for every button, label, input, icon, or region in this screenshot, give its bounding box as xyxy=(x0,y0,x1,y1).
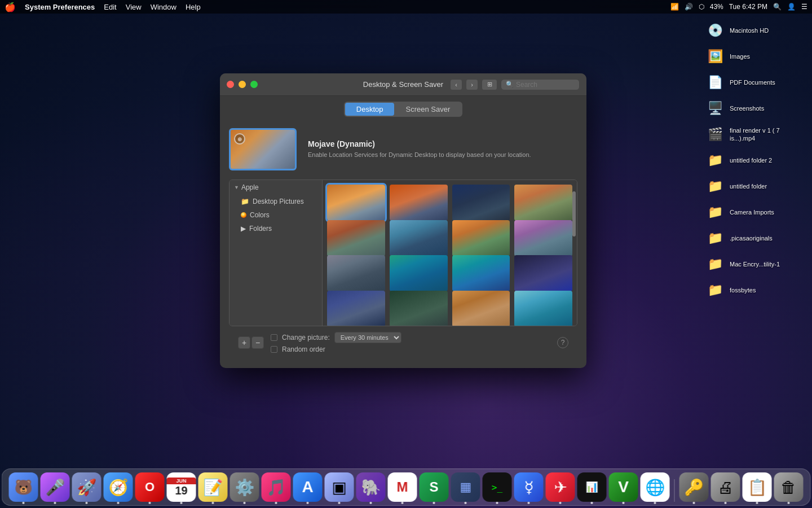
sidebar-item-pdf[interactable]: 📄 PDF Documents xyxy=(701,70,810,95)
dock-item-gmail[interactable]: M xyxy=(388,472,417,502)
grid-scrollbar[interactable] xyxy=(572,191,576,237)
menubar-view[interactable]: View xyxy=(126,3,142,11)
wallpaper-wave2[interactable] xyxy=(452,255,510,291)
wallpaper-elcapitan[interactable] xyxy=(390,220,448,256)
menubar-help[interactable]: Help xyxy=(186,3,201,11)
grid-view-button[interactable]: ⊞ xyxy=(482,79,497,90)
bluetooth-icon[interactable]: ⬡ xyxy=(699,3,704,11)
dock-item-airmail[interactable]: ✈ xyxy=(546,472,575,502)
menubar-window[interactable]: Window xyxy=(151,3,176,11)
dock-item-trash[interactable]: 🗑 xyxy=(774,472,804,502)
sidebar-item-macintosh-hd[interactable]: 💿 Macintosh HD xyxy=(701,18,810,43)
wifi-icon[interactable]: 📶 xyxy=(670,3,679,11)
user-icon[interactable]: 👤 xyxy=(787,3,796,11)
sidebar-item-desktop-pictures[interactable]: 📁 Desktop Pictures xyxy=(230,195,322,208)
wallpaper-lake[interactable] xyxy=(327,291,385,326)
wallpaper-wave1[interactable] xyxy=(390,255,448,291)
menubar-app-name[interactable]: System Preferences xyxy=(25,3,95,11)
search-input[interactable] xyxy=(516,81,575,89)
sidebar-item-picasa[interactable]: 📁 .picasaoriginals xyxy=(701,226,810,251)
tab-screensaver[interactable]: Screen Saver xyxy=(394,103,461,116)
sidebar-item-untitled2[interactable]: 📁 untitled folder 2 xyxy=(701,148,810,173)
dock-item-opera[interactable]: O xyxy=(135,472,165,502)
help-button[interactable]: ? xyxy=(557,337,568,348)
volume-icon[interactable]: 🔊 xyxy=(685,3,693,11)
apple-menu[interactable]: 🍎 xyxy=(5,2,16,12)
wallpaper-milkyway[interactable] xyxy=(514,255,572,291)
dock-item-system-prefs[interactable]: ⚙️ xyxy=(230,472,259,502)
search-menubar-icon[interactable]: 🔍 xyxy=(773,3,782,11)
appstore-icon: A xyxy=(302,478,313,496)
dock-item-terminal[interactable]: >_ xyxy=(483,472,512,502)
dock-item-safari[interactable]: 🧭 xyxy=(104,472,133,502)
calendar-day-icon: 19 xyxy=(175,484,187,497)
preview-thumbnail[interactable]: ⊕ xyxy=(229,128,297,170)
sidebar-item-folders[interactable]: ▶ Folders xyxy=(230,222,322,235)
fossbytes-icon: 📁 xyxy=(705,280,725,300)
dock-item-vim[interactable]: V xyxy=(609,472,638,502)
wallpaper-desert2[interactable] xyxy=(452,291,510,326)
change-picture-row: Change picture: Every 30 minutes xyxy=(271,332,550,343)
dock-item-chrome[interactable]: 🌐 xyxy=(641,472,670,502)
sidebar-item-mac-encry[interactable]: 📁 Mac Encry...tility-1 xyxy=(701,252,810,277)
dock-item-printer[interactable]: 🖨 xyxy=(711,472,740,502)
back-button[interactable]: ‹ xyxy=(450,79,462,90)
sidebar-section-apple[interactable]: ▼ Apple xyxy=(230,180,322,195)
menu-extras-icon[interactable]: ☰ xyxy=(801,3,807,11)
forward-button[interactable]: › xyxy=(466,79,478,90)
maximize-button[interactable] xyxy=(250,81,258,88)
section-label-apple: Apple xyxy=(241,183,259,191)
tab-desktop[interactable]: Desktop xyxy=(345,103,395,116)
dock-item-activity-monitor[interactable]: 📊 xyxy=(577,472,607,502)
sidebar-item-fossbytes[interactable]: 📁 fossbytes xyxy=(701,278,810,303)
camera-icon: 📁 xyxy=(705,202,725,222)
interval-dropdown[interactable]: Every 30 minutes xyxy=(334,332,401,343)
menubar-edit[interactable]: Edit xyxy=(104,3,116,11)
bottom-bar: + − Change picture: Every 30 minutes Ran… xyxy=(229,326,577,359)
dock-item-notes[interactable]: 📝 xyxy=(198,472,228,502)
wallpaper-rocks[interactable] xyxy=(327,255,385,291)
wallpaper-mojave-night[interactable] xyxy=(452,185,510,221)
fossbytes-label: fossbytes xyxy=(730,286,756,294)
dock-item-appstore[interactable]: A xyxy=(293,472,323,502)
spaces-icon: ▦ xyxy=(460,480,471,494)
sidebar-item-images[interactable]: 🖼️ Images xyxy=(701,44,810,69)
dock-item-itunes[interactable]: 🎵 xyxy=(262,472,291,502)
dock-item-finder[interactable]: 🐻 xyxy=(9,472,38,502)
wallpaper-sierra[interactable] xyxy=(514,185,572,221)
random-order-checkbox[interactable] xyxy=(271,346,277,353)
dock-item-calendar[interactable]: JUN 19 xyxy=(167,472,196,502)
wallpaper-mojave-day[interactable] xyxy=(327,185,385,221)
close-button[interactable] xyxy=(227,81,234,88)
remove-folder-button[interactable]: − xyxy=(251,336,264,349)
sidebar-item-colors[interactable]: Colors xyxy=(230,208,322,222)
dock-item-virtualbox[interactable]: ▣ xyxy=(325,472,354,502)
dock-item-tableplus[interactable]: 🐘 xyxy=(356,472,386,502)
wallpaper-highsierra[interactable] xyxy=(327,220,385,256)
dock-item-mercury[interactable]: ☿ xyxy=(514,472,544,502)
dock-item-utility1[interactable]: 🔑 xyxy=(679,472,709,502)
sidebar-item-camera[interactable]: 📁 Camera Imports xyxy=(701,200,810,225)
dock-item-docs[interactable]: 📋 xyxy=(743,472,772,502)
dock-item-siri[interactable]: 🎤 xyxy=(41,472,70,502)
wallpaper-mtnlion[interactable] xyxy=(514,220,572,256)
titlebar: ‹ › ⊞ 🔍 Desktop & Screen Saver xyxy=(220,73,586,96)
dock-item-launchpad[interactable]: 🚀 xyxy=(72,472,102,502)
change-picture-checkbox[interactable] xyxy=(271,334,277,341)
dock-item-spaces[interactable]: ▦ xyxy=(451,472,480,502)
sidebar-item-untitled[interactable]: 📁 untitled folder xyxy=(701,174,810,199)
wallpaper-forest[interactable] xyxy=(390,291,448,326)
add-folder-button[interactable]: + xyxy=(238,336,250,349)
sidebar-item-video[interactable]: 🎬 final render v 1 ( 7 is...).mp4 xyxy=(701,122,810,147)
wallpaper-beach[interactable] xyxy=(514,291,572,326)
printer-icon: 🖨 xyxy=(718,478,734,497)
minimize-button[interactable] xyxy=(239,81,246,88)
preview-info: Mojave (Dynamic) Enable Location Service… xyxy=(308,139,531,159)
picasa-icon: 📁 xyxy=(705,228,725,248)
wallpaper-yosemite[interactable] xyxy=(452,220,510,256)
sidebar-item-screenshots[interactable]: 🖥️ Screenshots xyxy=(701,96,810,121)
notes-icon: 📝 xyxy=(203,478,223,497)
wallpaper-mojave-eve[interactable] xyxy=(390,185,448,221)
tab-group: Desktop Screen Saver xyxy=(344,102,462,117)
dock-item-sheets[interactable]: S xyxy=(420,472,449,502)
